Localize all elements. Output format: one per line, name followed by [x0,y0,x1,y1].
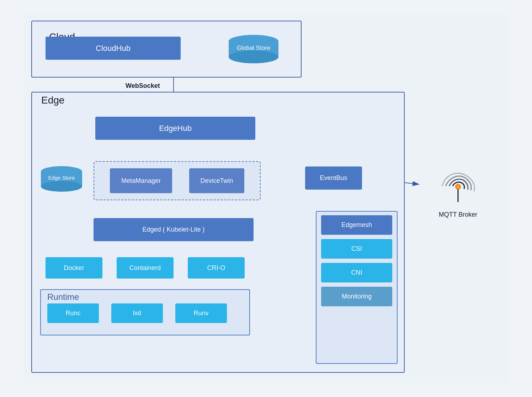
edgehub-box: EdgeHub [95,117,255,140]
devicetwin-label: DeviceTwin [200,177,233,185]
edgemesh-label: Edgemesh [341,221,372,229]
cni-box: CNI [321,263,392,282]
docker-box: Docker [46,257,102,279]
monitoring-box: Monitoring [321,287,392,306]
runc-box: Runc [47,303,99,323]
mqtt-broker-area: MQTT Broker [415,156,501,227]
lxd-label: lxd [133,309,141,317]
metamanager-label: MetaManager [121,177,161,185]
global-store-icon: Global Store [225,35,282,63]
devicetwin-box: DeviceTwin [189,168,244,193]
svg-point-22 [41,181,82,192]
metamanager-box: MetaManager [110,168,172,193]
docker-label: Docker [64,264,84,272]
eventbus-box: EventBus [305,166,362,190]
svg-text:Global Store: Global Store [237,44,271,51]
containerd-label: Containerd [129,264,161,272]
edgemesh-box: Edgemesh [321,215,392,235]
monitoring-label: Monitoring [342,293,372,300]
cloudhub-box: CloudHub [46,37,181,60]
csi-box: CSI [321,239,392,259]
edge-label: Edge [41,95,64,106]
csi-label: CSI [351,245,362,253]
svg-point-26 [456,185,460,189]
cni-label: CNI [351,269,362,276]
crio-box: CRI-O [188,257,245,279]
runv-box: Runv [175,303,227,323]
mqtt-broker-label: MQTT Broker [439,211,478,218]
mqtt-broker-icon [437,165,479,207]
global-store-box: Global Store [223,35,284,63]
svg-point-18 [229,51,278,63]
edged-box: Edged ( Kubelet-Lite ) [94,218,254,241]
edgehub-label: EdgeHub [159,124,192,133]
crio-label: CRI-O [207,264,225,272]
eventbus-label: EventBus [320,174,347,182]
runtime-inner-row: Runc lxd Runv [47,303,227,323]
runv-label: Runv [193,309,208,317]
edged-label: Edged ( Kubelet-Lite ) [142,226,204,233]
right-panel: Edgemesh CSI CNI Monitoring [316,211,398,364]
runc-label: Runc [65,309,80,317]
runtime-label: Runtime [47,292,79,302]
container-runtime-row: Docker Containerd CRI-O [46,257,245,279]
websocket-label: WebSocket [126,82,160,90]
edge-store-icon: Edge Store [38,166,85,192]
cloudhub-label: CloudHub [96,44,131,53]
meta-device-twin-box: MetaManager DeviceTwin [94,161,261,200]
edge-store-box: Edge Store [38,166,85,191]
lxd-box: lxd [111,303,163,323]
svg-text:Edge Store: Edge Store [48,175,75,181]
containerd-box: Containerd [117,257,174,279]
